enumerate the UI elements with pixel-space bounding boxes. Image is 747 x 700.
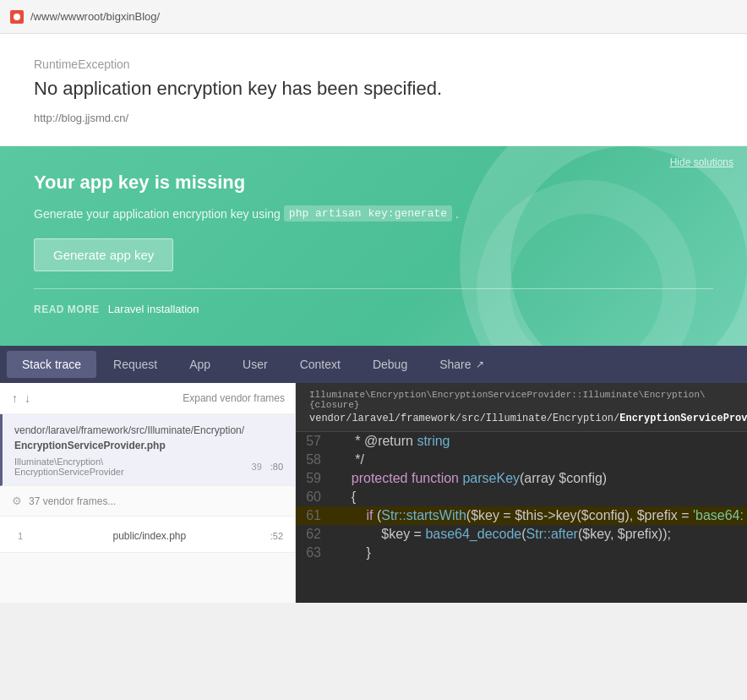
line-content: { (330, 488, 363, 506)
arrow-down-button[interactable]: ↓ (23, 390, 32, 407)
stack-arrows: ↑ ↓ (10, 390, 32, 407)
code-body: 57 * @return string 58 */ 59 protected f… (296, 432, 747, 603)
stack-controls: ↑ ↓ Expand vendor frames (0, 383, 295, 414)
line-content: } (330, 544, 378, 562)
line-number: 61 (296, 506, 330, 525)
code-line: 60 { (296, 488, 747, 506)
error-message: No application encryption key has been s… (34, 78, 713, 100)
stack-item-num: 1 (12, 531, 29, 541)
tab-app[interactable]: App (174, 351, 226, 378)
browser-bar: /www/wwwroot/bigxinBlog/ (0, 0, 747, 34)
line-number: 59 (296, 469, 330, 488)
line-number: 63 (296, 544, 330, 562)
code-path-short: vendor/laravel/framework/src/Illuminate/… (309, 412, 733, 424)
code-line: 63 } (296, 544, 747, 562)
read-more-label: READ MORE (34, 304, 100, 315)
share-label: Share (439, 358, 471, 371)
error-link[interactable]: http://blog.jjsmd.cn/ (34, 112, 128, 124)
tabs-bar: Stack trace Request App User Context Deb… (0, 346, 747, 383)
arrow-up-button[interactable]: ↑ (10, 390, 19, 407)
line-content: * @return string (330, 432, 457, 451)
solution-desc: Generate your application encryption key… (34, 205, 713, 221)
line-content: protected function parseKey(array $confi… (330, 469, 613, 488)
solution-command: php artisan key:generate (284, 205, 452, 221)
code-line: 58 */ (296, 451, 747, 469)
tab-stack-trace[interactable]: Stack trace (7, 351, 96, 378)
code-line-highlighted: 61 if (Str::startsWith($key = $this->key… (296, 506, 747, 525)
code-line: 57 * @return string (296, 432, 747, 451)
tab-context[interactable]: Context (285, 351, 356, 378)
tab-share[interactable]: Share ↗ (424, 351, 499, 378)
hide-solutions-button[interactable]: Hide solutions (670, 156, 733, 168)
expand-vendor-button[interactable]: Expand vendor frames (183, 392, 285, 404)
line-number: 60 (296, 488, 330, 506)
solution-desc-prefix: Generate your application encryption key… (34, 207, 281, 221)
line-content: if (Str::startsWith($key = $this->key($c… (330, 506, 747, 525)
stack-right-panel: Illuminate\Encryption\EncryptionServiceP… (296, 383, 747, 603)
code-header: Illuminate\Encryption\EncryptionServiceP… (296, 383, 747, 432)
stack-item[interactable]: vendor/laravel/framework/src/Illuminate/… (0, 414, 295, 486)
gear-icon: ⚙ (12, 495, 22, 507)
error-header: RuntimeException No application encrypti… (0, 34, 747, 146)
tab-debug[interactable]: Debug (357, 351, 423, 378)
line-number: 62 (296, 525, 330, 544)
stack-item-file: vendor/laravel/framework/src/Illuminate/… (14, 423, 283, 453)
stack-item-class: Illuminate\Encryption\ EncryptionService… (14, 457, 124, 477)
solution-banner: Hide solutions Your app key is missing G… (0, 146, 747, 346)
line-content: $key = base64_decode(Str::after($key, $p… (330, 525, 678, 544)
stack-item-meta: 1 public/index.php :52 (12, 528, 283, 544)
browser-url: /www/wwwroot/bigxinBlog/ (30, 10, 160, 23)
error-type: RuntimeException (34, 57, 713, 71)
line-number: 57 (296, 432, 330, 451)
stack-item-num: 39 (248, 462, 265, 472)
read-more-section: READ MORE Laravel installation (34, 288, 713, 315)
line-content: */ (330, 451, 371, 469)
read-more-link[interactable]: Laravel installation (108, 303, 199, 315)
vendor-frames-text: 37 vendor frames... (29, 495, 116, 507)
stack-item[interactable]: 1 public/index.php :52 (0, 517, 295, 553)
code-line: 59 protected function parseKey(array $co… (296, 469, 747, 488)
stack-item-filename: EncryptionServiceProvider.php (14, 440, 166, 451)
tab-request[interactable]: Request (98, 351, 172, 378)
generate-app-key-button[interactable]: Generate app key (34, 238, 173, 271)
solution-desc-suffix: . (455, 207, 459, 221)
line-number: 58 (296, 451, 330, 469)
vendor-frames-item[interactable]: ⚙ 37 vendor frames... (0, 486, 295, 517)
tab-user[interactable]: User (227, 351, 283, 378)
code-path-full: Illuminate\Encryption\EncryptionServiceP… (309, 390, 733, 410)
share-icon: ↗ (476, 358, 484, 370)
stack-item-file: public/index.php (112, 528, 186, 544)
stack-item-meta: Illuminate\Encryption\ EncryptionService… (14, 457, 283, 477)
solution-title: Your app key is missing (34, 172, 713, 194)
stack-left-panel: ↑ ↓ Expand vendor frames vendor/laravel/… (0, 383, 296, 603)
code-path-dir: vendor/laravel/framework/src/Illuminate/… (309, 413, 619, 424)
stack-item-line: :80 (270, 462, 283, 472)
favicon-icon (10, 10, 24, 24)
code-line: 62 $key = base64_decode(Str::after($key,… (296, 525, 747, 544)
code-filename-bold: EncryptionServiceProvider (619, 413, 747, 424)
stack-item-line: :52 (270, 531, 283, 541)
stack-section: ↑ ↓ Expand vendor frames vendor/laravel/… (0, 383, 747, 603)
